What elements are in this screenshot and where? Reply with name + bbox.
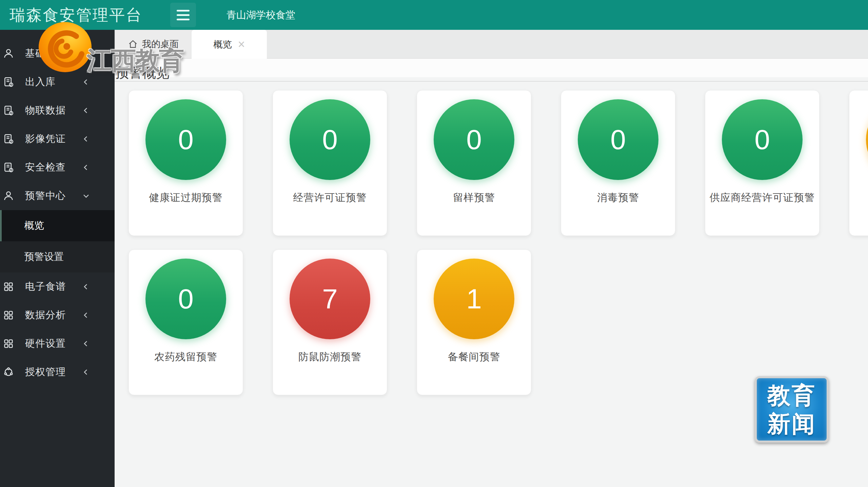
chevron-left-icon — [82, 283, 90, 291]
alert-card-label: 防鼠防潮预警 — [273, 350, 387, 364]
tab-overview[interactable]: 概览 × — [192, 30, 267, 59]
alert-count-circle — [866, 99, 868, 180]
grid-icon — [3, 338, 14, 349]
alert-card-label: 供应商经营许可证预警 — [705, 191, 819, 205]
tab-bar: 我的桌面 概览 × — [115, 30, 868, 59]
sidebar-item-label: 数据分析 — [25, 308, 66, 322]
hamburger-menu-icon[interactable] — [170, 3, 196, 27]
alert-count: 0 — [610, 124, 626, 156]
sidebar-item-label: 出入库 — [25, 75, 56, 89]
sidebar-item-iot-data[interactable]: 物联数据 — [0, 96, 115, 125]
grid-icon — [3, 281, 14, 292]
alert-center-submenu: 概览 预警设置 — [0, 210, 115, 272]
alert-count: 1 — [466, 283, 482, 315]
alert-card-health-cert[interactable]: 0 健康证过期预警 — [129, 90, 243, 236]
page-title: 预警概览 — [115, 63, 170, 82]
sidebar-item-basic-data[interactable]: 基础资料 — [0, 39, 115, 68]
card-row-2: 0 农药残留预警 7 防鼠防潮预警 1 备餐间预警 — [129, 249, 868, 395]
alert-card-pesticide-residue[interactable]: 0 农药残留预警 — [129, 249, 243, 395]
alert-count-circle: 0 — [578, 99, 658, 180]
chevron-left-icon — [82, 106, 90, 115]
alert-count: 0 — [754, 124, 770, 156]
user-icon — [3, 190, 14, 202]
sidebar-item-authorization[interactable]: 授权管理 — [0, 358, 115, 386]
alert-count: 7 — [322, 283, 338, 315]
close-icon[interactable]: × — [238, 38, 245, 50]
alert-card-label: 农药残留预警 — [129, 350, 243, 364]
sidebar-item-label: 基础资料 — [25, 47, 66, 60]
alert-card-pest-moisture[interactable]: 7 防鼠防潮预警 — [273, 249, 387, 395]
sidebar-item-label: 授权管理 — [25, 365, 66, 379]
sidebar-item-hardware-settings[interactable]: 硬件设置 — [0, 329, 115, 358]
alert-card-label: 消毒预警 — [561, 191, 675, 205]
sidebar-item-in-out-storage[interactable]: 出入库 — [0, 68, 115, 96]
chevron-left-icon — [82, 311, 90, 319]
sidebar-item-label: 物联数据 — [25, 104, 66, 117]
alert-card-partial[interactable] — [849, 90, 868, 236]
document-icon — [3, 162, 14, 173]
tab-label: 概览 — [213, 38, 232, 50]
alert-card-label: 留样预警 — [417, 191, 531, 205]
sidebar-item-label: 安全检查 — [25, 161, 66, 174]
sidebar-item-e-recipe[interactable]: 电子食谱 — [0, 272, 115, 301]
badge-line1: 教育 — [767, 381, 816, 409]
ring-icon — [3, 366, 14, 378]
sidebar-item-safety-check[interactable]: 安全检查 — [0, 153, 115, 182]
sidebar-nav: 基础资料 出入库 物联数据 影像凭证 安全检查 — [0, 30, 115, 386]
sidebar-item-label: 预警中心 — [25, 189, 66, 203]
chevron-left-icon — [82, 78, 90, 86]
chevron-left-icon — [82, 163, 90, 171]
alert-card-disinfection[interactable]: 0 消毒预警 — [561, 90, 675, 236]
grid-icon — [3, 309, 14, 321]
sidebar-item-image-voucher[interactable]: 影像凭证 — [0, 125, 115, 153]
chevron-down-icon — [82, 192, 90, 200]
badge-line2: 新闻 — [767, 409, 816, 438]
alert-count-circle: 0 — [722, 99, 803, 180]
alert-card-sample-retention[interactable]: 0 留样预警 — [417, 90, 531, 236]
alert-count-circle: 0 — [290, 99, 370, 180]
alert-count: 0 — [322, 124, 338, 156]
tab-my-desktop[interactable]: 我的桌面 — [116, 30, 191, 58]
tab-label: 我的桌面 — [142, 38, 179, 50]
sidebar-item-alert-center[interactable]: 预警中心 — [0, 182, 115, 210]
sidebar: 基础资料 出入库 物联数据 影像凭证 安全检查 — [0, 30, 115, 487]
alert-count-circle: 7 — [290, 259, 370, 339]
chevron-left-icon — [82, 368, 90, 376]
card-row-1: 0 健康证过期预警 0 经营许可证预警 0 留样预警 0 消毒预警 0 供应 — [129, 90, 868, 236]
app-screen: 瑞森食安管理平台 青山湖学校食堂 基础资料 出入库 物联数据 — [0, 0, 868, 487]
page-heading-strip: 预警概览 — [115, 59, 868, 77]
submenu-item-label: 概览 — [24, 219, 44, 232]
sidebar-item-data-analysis[interactable]: 数据分析 — [0, 301, 115, 329]
alert-count: 0 — [466, 124, 482, 156]
alert-count: 0 — [178, 283, 194, 315]
alert-card-label: 备餐间预警 — [417, 350, 531, 364]
alert-count-circle: 0 — [145, 99, 226, 180]
alert-card-label: 经营许可证预警 — [273, 191, 387, 205]
alert-count-circle: 1 — [434, 259, 514, 339]
sidebar-item-label: 电子食谱 — [25, 280, 66, 293]
home-icon — [128, 39, 138, 49]
alert-card-meal-prep-room[interactable]: 1 备餐间预警 — [417, 249, 531, 395]
submenu-item-alert-settings[interactable]: 预警设置 — [0, 241, 115, 272]
alert-count: 0 — [178, 124, 194, 156]
chevron-left-icon — [82, 135, 90, 143]
document-icon — [3, 105, 14, 116]
submenu-item-overview[interactable]: 概览 — [0, 210, 115, 241]
alert-count-circle: 0 — [145, 259, 226, 339]
chevron-left-icon — [82, 340, 90, 348]
user-icon — [3, 48, 14, 59]
education-news-badge: 教育 新闻 — [755, 376, 829, 443]
alert-card-supplier-license[interactable]: 0 供应商经营许可证预警 — [705, 90, 820, 236]
alert-card-business-license[interactable]: 0 经营许可证预警 — [273, 90, 387, 236]
alert-count-circle: 0 — [434, 99, 514, 180]
chevron-left-icon — [82, 49, 90, 58]
alert-card-label: 健康证过期预警 — [129, 191, 243, 205]
document-icon — [3, 133, 14, 145]
sidebar-item-label: 硬件设置 — [25, 337, 66, 350]
canteen-name: 青山湖学校食堂 — [226, 0, 295, 30]
top-header-bar: 瑞森食安管理平台 青山湖学校食堂 — [0, 0, 868, 30]
submenu-item-label: 预警设置 — [24, 250, 64, 264]
sidebar-item-label: 影像凭证 — [25, 132, 66, 146]
app-title: 瑞森食安管理平台 — [9, 0, 142, 30]
document-icon — [3, 76, 14, 88]
